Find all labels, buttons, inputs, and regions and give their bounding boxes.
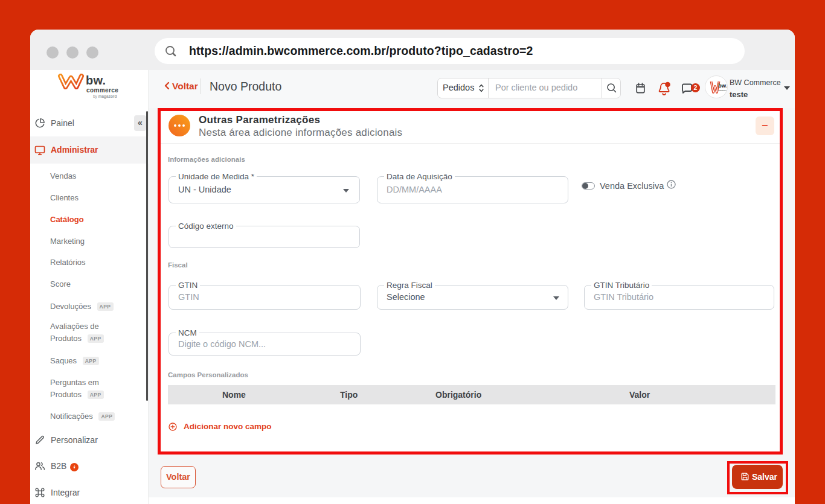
- svg-text:commerce: commerce: [718, 89, 727, 92]
- svg-text:bw.: bw.: [718, 82, 727, 89]
